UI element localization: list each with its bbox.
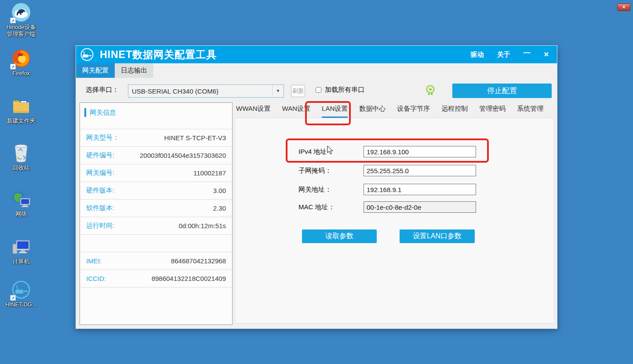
titlebar: HINET数据网关配置工具 驱动 关于 — ✕ (76, 46, 557, 63)
info-row-iccid: ICCID: 898604132218C0021409 (80, 270, 232, 288)
app-logo-router-icon (80, 48, 94, 61)
ipv4-address-input[interactable] (364, 146, 476, 157)
desktop-icon-network[interactable]: 网络 (1, 189, 41, 218)
refresh-button[interactable]: 刷新 (291, 85, 305, 97)
tab-lan-settings[interactable]: LAN设置 (322, 105, 348, 118)
android-status-icon (426, 85, 435, 95)
info-row-gateway-id: 网关编号: 110002187 (80, 164, 232, 182)
tab-gateway-config[interactable]: 网关配置 (76, 63, 115, 78)
info-row-model: 网关型号： HINET S-TCP-ET-V3 (80, 129, 232, 147)
tab-system-management[interactable]: 系统管理 (517, 105, 543, 118)
info-row-hw-version: 硬件版本: 3.00 (80, 182, 232, 200)
info-row-empty (80, 235, 232, 252)
serial-port-value: USB-SERIAL CH340 (COM6) (128, 87, 272, 95)
folder-icon (11, 96, 31, 116)
app-window: HINET数据网关配置工具 驱动 关于 — ✕ 网关配置 日志输出 选择串口： … (76, 45, 557, 329)
tab-wan-settings[interactable]: WAN设置 (282, 105, 310, 118)
desktop-icon-new-folder[interactable]: 新建文件夹 (1, 96, 41, 124)
serial-port-combobox[interactable]: USB-SERIAL CH340 (COM6) ▼ (128, 84, 284, 98)
desktop-icon-recycle-bin[interactable]: 回收站 (1, 143, 41, 171)
info-row-sw-version: 软件版本: 2.30 (80, 200, 232, 217)
close-button[interactable]: ✕ (543, 51, 549, 58)
tab-log-output[interactable]: 日志输出 (115, 63, 153, 78)
desktop-icon-label: 网络 (15, 211, 27, 218)
shortcut-arrow-icon: ↗ (10, 295, 16, 301)
tab-device-byte-order[interactable]: 设备字节序 (397, 105, 430, 118)
gateway-address-input[interactable] (364, 184, 476, 195)
hinet-router-icon: ↗ (11, 280, 31, 300)
settings-tabstrip: WWAN设置 WAN设置 LAN设置 数据中心 设备字节序 远程控制 管理密码 … (236, 105, 543, 118)
desktop-icon-label: Hinode设备 管理客户端 (6, 24, 36, 38)
firefox-icon: ↗ (11, 48, 31, 69)
desktop-icon-label: Firefox (12, 70, 30, 77)
mac-address-input[interactable] (364, 201, 476, 213)
shortcut-arrow-icon: ↗ (10, 18, 16, 23)
viewer-close-button[interactable]: ✕ (617, 4, 630, 11)
minimize-button[interactable]: — (523, 49, 530, 57)
recycle-bin-icon (11, 143, 31, 163)
load-all-ports-checkbox[interactable] (316, 87, 321, 93)
desktop-icon-hinode-client[interactable]: ↗ Hinode设备 管理客户端 (1, 2, 41, 38)
accent-bar (84, 108, 86, 117)
subnet-mask-input[interactable] (364, 165, 476, 176)
subnet-mask-label: 子网掩码： (298, 167, 331, 175)
info-row-hardware-id: 硬件编号: 20003f0014504e3157303620 (80, 147, 232, 164)
desktop-icon-firefox[interactable]: ↗ Firefox (1, 48, 41, 77)
driver-menu-item[interactable]: 驱动 (470, 51, 484, 59)
load-all-ports-label: 加载所有串口 (325, 86, 364, 94)
desktop-icon-label: HINET.DG... (5, 301, 37, 308)
ipv4-address-label: IPv4 地址 (298, 148, 327, 156)
read-params-button[interactable]: 读取参数 (302, 229, 377, 243)
desktop-icon-label: 回收站 (13, 164, 30, 171)
window-title: HINET数据网关配置工具 (100, 48, 217, 62)
tab-data-center[interactable]: 数据中心 (359, 105, 386, 118)
tab-wwan-settings[interactable]: WWAN设置 (236, 105, 271, 118)
port-select-label: 选择串口： (86, 86, 119, 94)
chevron-down-icon: ▼ (272, 85, 284, 97)
info-row-imei: IMEI: 864687042132968 (80, 252, 232, 270)
tab-admin-password[interactable]: 管理密码 (479, 105, 506, 118)
desktop-icon-computer[interactable]: 计算机 (1, 237, 41, 265)
desktop-icon-label: 计算机 (13, 258, 30, 265)
desktop-icon-hinet-dg[interactable]: ↗ HINET.DG... (1, 280, 41, 308)
hinode-cloud-icon: ↗ (11, 2, 31, 22)
gateway-info-rows: 网关型号： HINET S-TCP-ET-V3 硬件编号: 20003f0014… (80, 129, 232, 288)
tab-remote-control[interactable]: 远程控制 (441, 105, 468, 118)
info-row-uptime: 运行时间: 0d:00h:12m:51s (80, 217, 232, 235)
toolbar: 选择串口： USB-SERIAL CH340 (COM6) ▼ 刷新 加载所有串… (76, 78, 557, 102)
shortcut-arrow-icon: ↗ (10, 64, 16, 69)
network-icon (11, 189, 31, 209)
desktop-icon-label: 新建文件夹 (7, 117, 36, 124)
stop-config-button[interactable]: 停止配置 (452, 84, 552, 98)
mac-address-label: MAC 地址： (298, 203, 335, 211)
main-tabstrip: 网关配置 日志输出 (76, 63, 557, 78)
computer-icon (11, 237, 31, 257)
set-lan-params-button[interactable]: 设置LAN口参数 (400, 229, 475, 243)
gateway-address-label: 网关地址： (298, 186, 331, 194)
gateway-info-header: 网关信息 (84, 108, 116, 117)
gateway-info-panel: 网关信息 网关型号： HINET S-TCP-ET-V3 硬件编号: 20003… (80, 102, 233, 325)
about-menu-item[interactable]: 关于 (497, 51, 510, 59)
